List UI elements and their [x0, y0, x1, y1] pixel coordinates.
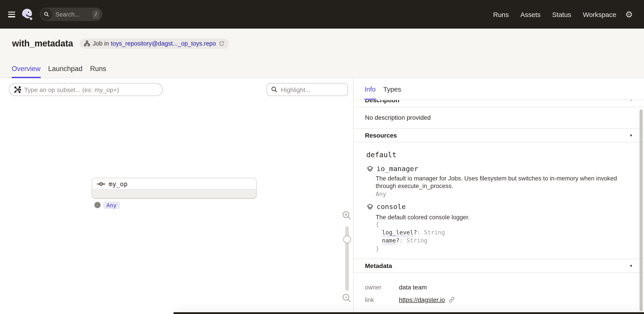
description-title: Description: [365, 100, 399, 103]
resource-name: console: [376, 203, 406, 211]
metadata-value: data team: [399, 284, 427, 291]
bottom-window-edge: [174, 312, 644, 314]
metadata-key: link: [365, 297, 374, 303]
output-type-badge[interactable]: Any: [103, 201, 120, 209]
config-optional-mark: ?: [414, 229, 417, 236]
search-shortcut-key: /: [92, 10, 99, 18]
tab-launchpad[interactable]: Launchpad: [48, 65, 82, 78]
nav-item-workspace[interactable]: Workspace: [583, 10, 616, 18]
main-content: Type an op subset... (ex: my_op+) Highli…: [0, 78, 644, 314]
page-tabs: Overview Launchpad Runs: [12, 65, 106, 78]
info-sidebar-panel: Info Types Description ▼ No description …: [354, 78, 644, 314]
metadata-title: Metadata: [365, 262, 392, 269]
resources-title: Resources: [365, 132, 397, 139]
config-optional-mark: ?: [396, 237, 400, 244]
op-node-name: my_op: [109, 180, 128, 187]
op-subset-input[interactable]: Type an op subset... (ex: my_op+): [9, 83, 163, 96]
job-location-badge: Job in toys_repository@dagst..._op_toys.…: [80, 38, 229, 48]
resource-description: The default colored console logger.: [376, 213, 628, 221]
global-search-input[interactable]: Search... /: [40, 7, 102, 21]
tab-overview[interactable]: Overview: [12, 65, 40, 78]
resource-console: console: [367, 203, 406, 211]
tab-info[interactable]: Info: [364, 78, 376, 100]
highlight-input[interactable]: Highlight...: [266, 83, 348, 96]
op-subset-placeholder: Type an op subset... (ex: my_op+): [24, 86, 119, 93]
sidebar-tabs: Info Types: [354, 78, 644, 100]
divider-line: [354, 107, 644, 107]
search-placeholder: Search...: [56, 11, 80, 18]
dagster-app: Search... / Runs Assets Status Workspace…: [0, 0, 644, 314]
config-brace-close: }: [376, 245, 379, 252]
nav-item-runs[interactable]: Runs: [493, 10, 509, 18]
job-icon: [84, 40, 90, 46]
highlight-placeholder: Highlight...: [281, 86, 310, 93]
chevron-down-icon: ▼: [629, 133, 633, 137]
config-field: log_level?: String: [382, 229, 445, 236]
repository-link[interactable]: toys_repository@dagst..._op_toys.repo: [111, 40, 216, 47]
settings-gear-icon[interactable]: ⚙: [625, 10, 633, 18]
resource-io-manager: io_manager: [367, 165, 418, 173]
top-nav-links: Runs Assets Status Workspace ⚙: [493, 10, 644, 18]
config-type: : String: [417, 229, 445, 236]
config-brace-open: {: [376, 221, 379, 227]
job-badge-prefix: Job in: [93, 40, 109, 47]
nav-item-status[interactable]: Status: [552, 10, 571, 18]
metadata-key: owner: [365, 284, 382, 291]
resource-type: Any: [376, 191, 386, 197]
tab-runs[interactable]: Runs: [90, 65, 106, 78]
op-node-my-op[interactable]: my_op: [92, 178, 257, 199]
panel-scrollbar[interactable]: [640, 109, 643, 311]
section-header-metadata[interactable]: Metadata ▼: [354, 259, 644, 273]
search-icon: [41, 8, 52, 20]
op-icon: [97, 181, 105, 186]
section-header-resources[interactable]: Resources ▼: [354, 128, 644, 143]
highlight-search-icon: [271, 86, 278, 93]
config-key[interactable]: log_level: [382, 229, 414, 236]
op-node-body: [92, 190, 256, 198]
tab-types[interactable]: Types: [383, 78, 401, 100]
metadata-link[interactable]: https://dagster.io: [399, 296, 445, 303]
link-icon: [448, 297, 454, 303]
resource-name: io_manager: [376, 165, 418, 173]
chevron-down-icon: ▼: [629, 100, 633, 102]
resource-group-name: default: [366, 151, 396, 159]
resource-description: The default io manager for Jobs. Uses fi…: [376, 175, 628, 190]
config-type: : String: [399, 237, 427, 244]
config-field: name?: String: [382, 237, 428, 244]
page-header: with_metadata Job in toys_repository@dag…: [0, 29, 644, 78]
metadata-link-row: https://dagster.io: [399, 296, 454, 303]
section-description-clip: Description ▼: [354, 100, 644, 107]
layers-icon: [367, 165, 374, 172]
description-body: No description provided: [365, 114, 431, 121]
section-header-description[interactable]: Description ▼: [354, 100, 644, 107]
nav-item-assets[interactable]: Assets: [520, 10, 540, 18]
hamburger-menu-icon[interactable]: [8, 11, 15, 17]
chevron-down-icon: ▼: [629, 264, 633, 268]
top-navigation-bar: Search... / Runs Assets Status Workspace…: [0, 0, 644, 29]
layers-icon: [367, 203, 374, 210]
active-tab-underline: [364, 99, 376, 100]
zoom-slider-handle[interactable]: [343, 235, 351, 243]
page-title: with_metadata: [12, 38, 73, 48]
dagster-logo-icon[interactable]: [21, 8, 34, 20]
op-graph-canvas[interactable]: Type an op subset... (ex: my_op+) Highli…: [0, 78, 353, 314]
config-key[interactable]: name: [382, 237, 396, 244]
op-selector-icon: [14, 86, 21, 93]
output-port-dot: [94, 202, 100, 208]
reload-icon[interactable]: [219, 40, 224, 46]
zoom-in-icon[interactable]: [342, 210, 352, 221]
zoom-out-icon[interactable]: [342, 293, 352, 304]
